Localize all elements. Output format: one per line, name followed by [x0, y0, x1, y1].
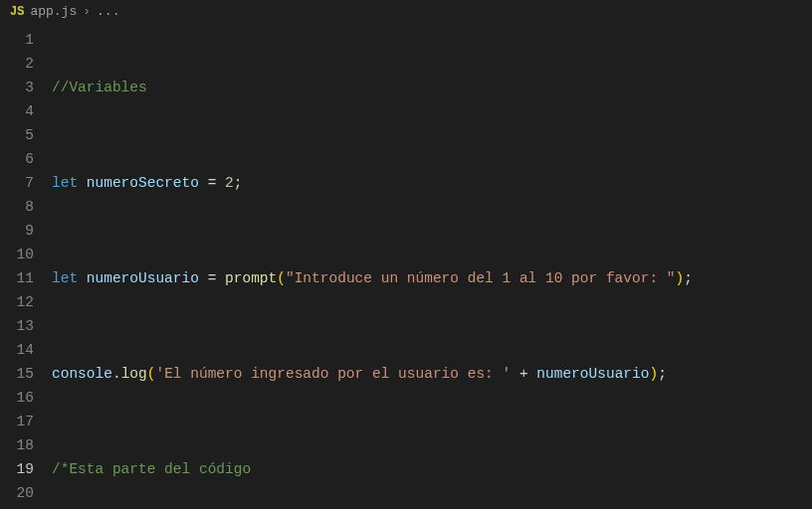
comment-text: /*Esta parte del código [52, 461, 251, 477]
line-number: 2 [0, 52, 34, 76]
line-number: 19 [0, 457, 34, 481]
breadcrumb-filename[interactable]: app.js [30, 0, 77, 24]
line-number-gutter: 1 2 3 4 5 6 7 8 9 10 11 12 13 14 15 16 1… [0, 28, 52, 509]
semicolon: ; [684, 270, 693, 286]
line-number: 11 [0, 266, 34, 290]
js-file-icon: JS [10, 0, 24, 24]
line-number: 7 [0, 171, 34, 195]
line-number: 13 [0, 314, 34, 338]
kw-let: let [52, 175, 78, 191]
operator: + [510, 366, 536, 382]
paren-open: ( [277, 270, 286, 286]
semicolon: ; [234, 175, 243, 191]
string-literal: "Introduce un número del 1 al 10 por fav… [286, 270, 676, 286]
line-number: 8 [0, 195, 34, 219]
fn-call: prompt [225, 270, 277, 286]
code-line[interactable]: let numeroUsuario = prompt("Introduce un… [52, 266, 812, 290]
line-number: 5 [0, 123, 34, 147]
operator: = [199, 270, 225, 286]
code-line[interactable]: console.log('El número ingresado por el … [52, 362, 812, 386]
code-line[interactable]: //Variables [52, 76, 812, 99]
line-number: 9 [0, 219, 34, 243]
dot: . [112, 366, 121, 382]
code-editor[interactable]: 1 2 3 4 5 6 7 8 9 10 11 12 13 14 15 16 1… [0, 24, 812, 509]
line-number: 17 [0, 410, 34, 433]
line-number: 14 [0, 338, 34, 362]
code-area[interactable]: //Variables let numeroSecreto = 2; let n… [52, 28, 812, 509]
semicolon: ; [658, 366, 667, 382]
line-number: 15 [0, 362, 34, 386]
line-number: 4 [0, 99, 34, 123]
line-number: 10 [0, 243, 34, 266]
identifier: numeroUsuario [536, 366, 649, 382]
breadcrumb[interactable]: JS app.js › ... [0, 0, 812, 24]
comment-text: //Variables [52, 80, 147, 95]
paren-close: ) [676, 270, 685, 286]
paren-close: ) [649, 366, 658, 382]
line-number: 3 [0, 76, 34, 99]
number-literal: 2 [225, 175, 234, 191]
line-number: 20 [0, 481, 34, 505]
identifier: numeroUsuario [78, 270, 199, 286]
line-number: 16 [0, 386, 34, 410]
identifier: numeroSecreto [78, 175, 199, 191]
operator: = [199, 175, 225, 191]
chevron-right-icon: › [83, 0, 91, 24]
line-number: 18 [0, 433, 34, 457]
line-number: 6 [0, 147, 34, 171]
fn-call: log [121, 366, 147, 382]
line-number: 1 [0, 28, 34, 52]
line-number: 12 [0, 290, 34, 314]
breadcrumb-ellipsis[interactable]: ... [97, 0, 119, 24]
kw-let: let [52, 270, 78, 286]
code-line[interactable]: /*Esta parte del código [52, 457, 812, 481]
identifier: console [52, 366, 112, 382]
string-literal: 'El número ingresado por el usuario es: … [155, 366, 510, 382]
code-line[interactable]: let numeroSecreto = 2; [52, 171, 812, 195]
